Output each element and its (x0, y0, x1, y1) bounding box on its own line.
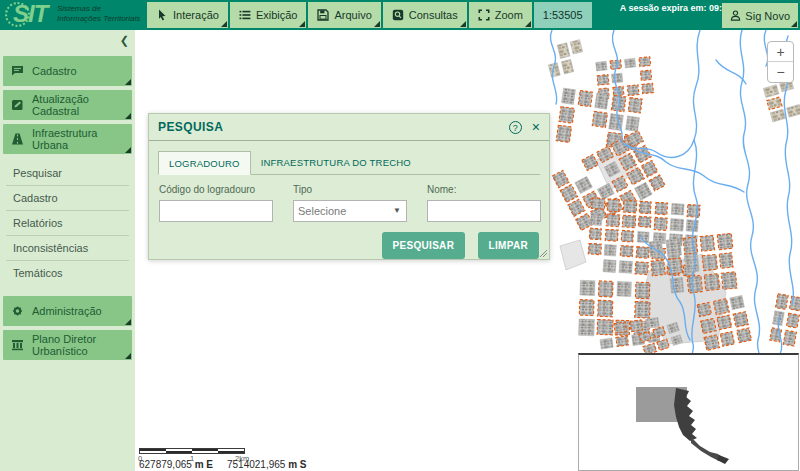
close-icon[interactable]: × (532, 120, 540, 134)
overview-map-inset[interactable] (578, 353, 799, 471)
dialog-resize-handle[interactable] (539, 249, 547, 257)
gear-icon (11, 305, 24, 317)
sidebar-item-pesquisar[interactable]: Pesquisar (6, 161, 129, 186)
sidebar-section-atualizacao-cadastral[interactable]: Atualização Cadastral (3, 90, 132, 120)
coordinate-readout: 627879,065 m E7514021,965 m S (139, 459, 307, 470)
menu-exibicao[interactable]: Exibição (230, 2, 307, 28)
chevron-down-icon: ▼ (393, 201, 401, 221)
building-icon (11, 339, 24, 351)
list-icon (239, 9, 251, 21)
dialog-header: PESQUISA ? × (149, 114, 549, 141)
expand-icon (478, 9, 490, 21)
codigo-logradouro-input[interactable] (159, 200, 273, 222)
app-logo: SIT Sistemas de Informações Territoriais (0, 0, 146, 30)
sidebar-collapse-icon[interactable]: ❮ (120, 34, 129, 47)
inset-municipality-shape (674, 388, 697, 441)
hand-pointer-icon (156, 9, 168, 21)
user-icon (730, 10, 741, 21)
edit-icon (11, 99, 24, 111)
dialog-actions: PESQUISAR LIMPAR (149, 222, 549, 259)
menu-zoom[interactable]: Zoom (469, 2, 532, 28)
map-zoom-control: + − (767, 41, 794, 83)
session-expiry-text: A sessão expira em: 09:59 (620, 3, 732, 13)
dialog-form: Código do logradouro Tipo Selecione ▼ No… (149, 175, 549, 222)
menu-interacao[interactable]: Interação (147, 2, 228, 28)
dialog-tabs: LOGRADOURO INFRAESTRUTURA DO TRECHO (158, 150, 540, 175)
sidebar: ❮ Cadastro Atualização Cadastral Infraes… (0, 30, 135, 471)
menu-consultas[interactable]: Consultas (383, 2, 467, 28)
codigo-logradouro-label: Código do logradouro (159, 184, 273, 195)
tab-infraestrutura-do-trecho[interactable]: INFRAESTRUTURA DO TRECHO (251, 151, 421, 175)
tipo-label: Tipo (293, 184, 407, 195)
logo-brand-text: SIT (13, 0, 47, 28)
infraestrutura-submenu: Pesquisar Cadastro Relatórios Inconsistê… (6, 161, 129, 286)
save-icon (317, 9, 329, 21)
sidebar-item-tematicos[interactable]: Temáticos (6, 261, 129, 286)
pesquisa-dialog: PESQUISA ? × LOGRADOURO INFRAESTRUTURA D… (148, 113, 550, 260)
limpar-button[interactable]: LIMPAR (478, 232, 539, 259)
logo-subtitle: Sistemas de Informações Territoriais (57, 4, 140, 24)
search-doc-icon (392, 9, 404, 21)
sig-novo-button[interactable]: Sig Novo (722, 3, 798, 28)
dialog-title: PESQUISA (158, 120, 509, 134)
zoom-in-button[interactable]: + (768, 42, 793, 62)
sidebar-section-plano-diretor[interactable]: Plano Diretor Urbanístico (3, 330, 132, 360)
pesquisar-button[interactable]: PESQUISAR (382, 232, 466, 259)
menu-arquivo[interactable]: Arquivo (308, 2, 380, 28)
nome-label: Nome: (427, 184, 541, 195)
tab-logradouro[interactable]: LOGRADOURO (158, 151, 251, 175)
road-icon (11, 133, 24, 145)
sidebar-item-relatorios[interactable]: Relatórios (6, 211, 129, 236)
help-icon[interactable]: ? (509, 121, 522, 134)
sidebar-section-administracao[interactable]: Administração (3, 296, 132, 326)
message-icon (11, 65, 24, 77)
sidebar-section-infraestrutura-urbana[interactable]: Infraestrutura Urbana (3, 124, 132, 154)
tipo-select[interactable]: Selecione ▼ (293, 200, 407, 222)
sidebar-item-inconsistencias[interactable]: Inconsistências (6, 236, 129, 261)
map-scale-indicator: 1:53505 (534, 2, 592, 28)
nome-input[interactable] (427, 200, 541, 222)
sidebar-item-cadastro[interactable]: Cadastro (6, 186, 129, 211)
sidebar-section-cadastro[interactable]: Cadastro (3, 56, 132, 86)
zoom-out-button[interactable]: − (768, 62, 793, 82)
